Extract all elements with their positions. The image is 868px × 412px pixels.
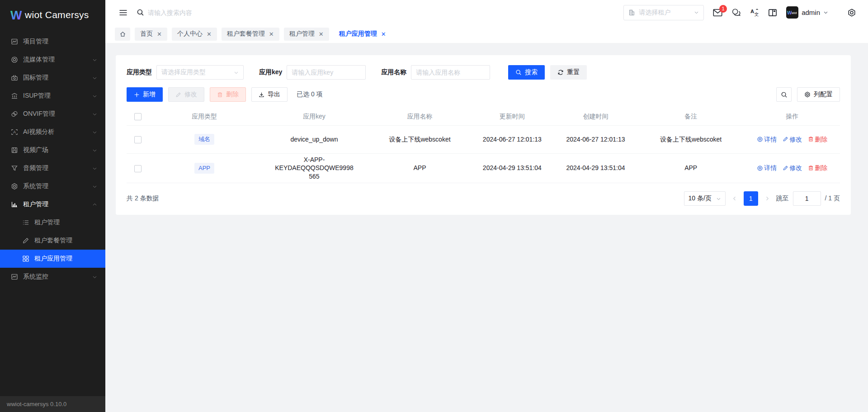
close-icon[interactable]: ✕ (319, 31, 324, 38)
sidebar-item-label: 国标管理 (23, 74, 87, 82)
detail-link[interactable]: 详情 (757, 164, 777, 172)
page-size-value: 10 条/页 (689, 194, 713, 203)
search-icon (781, 91, 788, 98)
page-number-current[interactable]: 1 (744, 191, 758, 206)
page-size-select[interactable]: 10 条/页 (684, 191, 726, 206)
sidebar-item-label: 租户管理 (34, 218, 97, 227)
delete-link[interactable]: 删除 (808, 164, 827, 172)
row-checkbox[interactable] (134, 165, 142, 172)
global-search-input[interactable] (148, 9, 247, 16)
media-icon (11, 56, 18, 63)
sidebar-subitem-tenant-app[interactable]: 租户应用管理 (0, 250, 105, 268)
next-page-button[interactable] (764, 196, 770, 201)
chevron-down-icon (92, 184, 97, 189)
delete-link[interactable]: 删除 (808, 135, 827, 144)
home-icon (119, 31, 126, 38)
sidebar-item-label: AI视频分析 (23, 128, 87, 136)
detail-link[interactable]: 详情 (757, 135, 777, 144)
logo-text: wiot Camersys (25, 9, 89, 20)
tab-label: 租户应用管理 (339, 30, 377, 38)
wechat-button[interactable] (731, 8, 741, 17)
sidebar-item-audio[interactable]: 音频管理 (0, 159, 105, 177)
trash-icon (217, 92, 223, 98)
tab-label: 租户套餐管理 (227, 30, 265, 38)
edit-button[interactable]: 修改 (168, 87, 204, 102)
username: admin (802, 9, 820, 16)
sidebar-item-isup[interactable]: ISUP管理 (0, 87, 105, 105)
wechat-icon (731, 8, 741, 17)
table-search-button[interactable] (776, 87, 792, 102)
layout-panel-button[interactable] (768, 9, 777, 17)
cell-app-name: 设备上下线webscoket (369, 125, 470, 153)
app-logo: W wiot Camersys (0, 0, 105, 30)
app-type-tag: 域名 (194, 134, 214, 145)
settings-button[interactable] (847, 8, 856, 17)
cell-app-name: APP (369, 153, 470, 183)
sidebar-item-streaming[interactable]: 流媒体管理 (0, 51, 105, 69)
app-name-input[interactable] (416, 69, 485, 76)
select-all-checkbox[interactable] (134, 113, 142, 120)
view-icon (757, 165, 763, 171)
edit-link[interactable]: 修改 (783, 164, 802, 172)
sidebar-item-label: 音频管理 (23, 164, 87, 172)
close-icon[interactable]: ✕ (157, 31, 162, 38)
sidebar-subitem-tenant-mgmt[interactable]: 租户管理 (0, 213, 105, 232)
tab-tenant-app[interactable]: 租户应用管理 ✕ (334, 28, 392, 41)
hamburger-menu-icon[interactable] (119, 9, 127, 16)
app-type-tag: APP (194, 163, 214, 174)
language-button[interactable]: A文 (750, 8, 759, 17)
sidebar-item-monitor[interactable]: 系统监控 (0, 268, 105, 286)
sidebar-item-gb[interactable]: 国标管理 (0, 69, 105, 87)
sidebar-item-project[interactable]: 项目管理 (0, 33, 105, 51)
tab-tenant-mgmt[interactable]: 租户管理 ✕ (284, 28, 329, 41)
close-icon[interactable]: ✕ (207, 31, 212, 38)
svg-text:wiot: wiot (791, 11, 797, 14)
close-icon[interactable]: ✕ (381, 31, 386, 38)
tabbar: 首页 ✕ 个人中心 ✕ 租户套餐管理 ✕ 租户管理 ✕ 租户应用管理 ✕ (105, 25, 868, 43)
col-app-name: 应用名称 (369, 108, 470, 125)
tab-profile[interactable]: 个人中心 ✕ (172, 28, 217, 41)
app-type-select[interactable]: 请选择应用类型 (156, 65, 244, 80)
row-actions: 详情 修改 删除 (748, 164, 836, 172)
home-tab-button[interactable] (115, 28, 130, 41)
sidebar-subitem-tenant-package[interactable]: 租户套餐管理 (0, 232, 105, 250)
app-key-input[interactable] (292, 69, 361, 76)
tab-tenant-package[interactable]: 租户套餐管理 ✕ (222, 28, 279, 41)
jump-input[interactable] (793, 191, 821, 206)
app-type-label: 应用类型 (127, 68, 152, 76)
tenant-select[interactable]: 请选择租户 (623, 5, 704, 20)
global-search[interactable] (137, 9, 247, 16)
cell-app-key: device_up_down (259, 125, 369, 153)
reset-button[interactable]: 重置 (550, 65, 587, 80)
add-button[interactable]: 新增 (127, 87, 163, 102)
close-icon[interactable]: ✕ (269, 31, 274, 38)
sidebar-item-system[interactable]: 系统管理 (0, 177, 105, 195)
edit-link[interactable]: 修改 (783, 135, 802, 144)
search-button[interactable]: 搜索 (508, 65, 545, 80)
sidebar-item-label: 系统监控 (23, 273, 87, 281)
trash-icon (808, 136, 814, 142)
table-row: 域名 device_up_down 设备上下线webscoket 2024-06… (127, 125, 840, 153)
svg-text:文: 文 (755, 12, 759, 17)
column-config-button[interactable]: 列配置 (797, 87, 840, 102)
topbar: 请选择租户 1 A文 (105, 0, 868, 25)
sidebar-item-ai-video[interactable]: A AI视频分析 (0, 123, 105, 141)
sidebar-item-tenant[interactable]: 租户管理 (0, 195, 105, 213)
delete-button[interactable]: 删除 (210, 87, 246, 102)
table-row: APP X-APP-KEYDAEQQQSDQWE9998565 APP 2024… (127, 153, 840, 183)
chevron-down-icon (823, 10, 828, 15)
chevron-down-icon (234, 70, 239, 75)
export-button[interactable]: 导出 (251, 87, 288, 102)
sidebar-item-onvif[interactable]: ONVIF管理 (0, 105, 105, 123)
data-table: 应用类型 应用key 应用名称 更新时间 创建时间 备注 操作 域名 (127, 108, 840, 183)
col-actions: 操作 (744, 108, 840, 125)
row-checkbox[interactable] (134, 136, 142, 143)
mail-button[interactable]: 1 (713, 9, 722, 17)
view-icon (757, 136, 763, 142)
page-jump: 跳至 / 1 页 (776, 191, 840, 206)
prev-page-button[interactable] (732, 196, 737, 201)
user-menu[interactable]: W wiot admin (786, 6, 828, 19)
sidebar-item-video-plaza[interactable]: 视频广场 (0, 141, 105, 159)
chevron-up-icon (92, 202, 97, 207)
tab-home[interactable]: 首页 ✕ (135, 28, 167, 41)
